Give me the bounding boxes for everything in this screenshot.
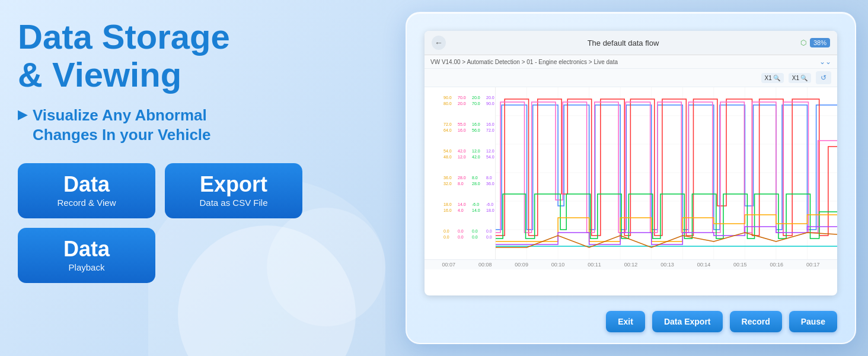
svg-text:14.0: 14.0 (472, 208, 480, 212)
refresh-button[interactable]: ↺ (816, 71, 831, 84)
time-tick-0: 00:07 (442, 262, 455, 268)
time-tick-7: 00:14 (697, 262, 711, 268)
svg-text:8.0: 8.0 (472, 176, 478, 180)
svg-text:32.0: 32.0 (443, 182, 452, 186)
zoom-out-button[interactable]: X1 🔍 (789, 73, 811, 83)
svg-text:12.0: 12.0 (472, 149, 480, 153)
record-button[interactable]: Record (730, 311, 782, 332)
zoom-in-button[interactable]: X1 🔍 (761, 73, 784, 83)
pause-button[interactable]: Pause (789, 311, 837, 332)
bluetooth-icon: ⬡ (800, 39, 806, 47)
subtitle-text: Visualize Any Abnormal Changes In your V… (33, 106, 211, 146)
svg-text:48.0: 48.0 (443, 155, 452, 159)
svg-text:18.0: 18.0 (443, 202, 452, 206)
svg-text:70.0: 70.0 (472, 101, 480, 106)
export-button[interactable]: Export Data as CSV File (165, 163, 302, 218)
svg-text:0.0: 0.0 (458, 229, 464, 233)
svg-text:12.0: 12.0 (486, 149, 494, 153)
svg-text:0.0: 0.0 (443, 235, 449, 239)
zoom-out-label: X1 (792, 75, 799, 81)
svg-text:42.0: 42.0 (458, 149, 466, 153)
svg-text:90.0: 90.0 (443, 96, 452, 100)
data-export-button[interactable]: Data Export (652, 311, 723, 332)
subtitle-arrow-icon: ▶ (18, 107, 28, 122)
svg-text:0.0: 0.0 (458, 235, 464, 239)
screen-header: ← The default data flow ⬡ 38% (425, 31, 837, 55)
device-bottom-buttons: Exit Data Export Record Pause (425, 311, 837, 332)
chart-canvas (496, 87, 837, 259)
breadcrumb-text: VW V14.00 > Automatic Detection > 01 - E… (430, 59, 618, 65)
time-tick-6: 00:13 (660, 262, 674, 268)
screen-title: The default data flow (446, 39, 800, 47)
svg-text:70.0: 70.0 (458, 96, 466, 100)
data-record-subtitle: Record & View (32, 198, 141, 208)
left-panel: Data Storage & Viewing ▶ Visualize Any A… (18, 18, 350, 283)
zoom-in-icon: 🔍 (773, 75, 780, 81)
time-tick-4: 00:11 (588, 262, 601, 268)
right-panel-device: ← The default data flow ⬡ 38% VW V14.00 … (406, 12, 856, 344)
svg-text:16.0: 16.0 (472, 122, 480, 126)
svg-text:18.0: 18.0 (486, 208, 494, 212)
svg-text:8.0: 8.0 (486, 176, 492, 180)
chart-toolbar: X1 🔍 X1 🔍 ↺ (425, 69, 837, 87)
time-tick-10: 00:17 (806, 262, 820, 268)
svg-text:0.0: 0.0 (443, 229, 449, 233)
export-subtitle: Data as CSV File (179, 198, 288, 208)
svg-text:20.0: 20.0 (486, 96, 494, 100)
time-tick-2: 00:09 (515, 262, 528, 268)
svg-text:55.0: 55.0 (458, 122, 466, 126)
svg-text:20.0: 20.0 (458, 101, 466, 106)
chevron-down-icon: ⌄⌄ (819, 58, 831, 66)
data-record-title: Data (32, 174, 141, 195)
svg-text:0.0: 0.0 (486, 235, 492, 239)
svg-text:20.0: 20.0 (472, 96, 480, 100)
svg-text:28.0: 28.0 (472, 182, 480, 186)
svg-text:0.0: 0.0 (486, 229, 492, 233)
time-tick-9: 00:16 (770, 262, 784, 268)
feature-buttons-grid: Data Record & View Export Data as CSV Fi… (18, 163, 302, 283)
data-record-button[interactable]: Data Record & View (18, 163, 155, 218)
main-title: Data Storage & Viewing (18, 18, 350, 94)
svg-text:72.0: 72.0 (486, 128, 494, 132)
time-axis: 00:07 00:08 00:09 00:10 00:11 00:12 00:1… (425, 259, 837, 269)
back-button[interactable]: ← (432, 36, 446, 50)
svg-text:14.0: 14.0 (458, 202, 466, 206)
svg-text:72.0: 72.0 (443, 122, 452, 126)
chart-area: 90.0 80.0 70.0 20.0 20.0 70.0 20.0 90.0 … (425, 87, 837, 259)
export-title: Export (179, 174, 288, 195)
svg-text:16.0: 16.0 (458, 128, 466, 132)
svg-text:0.0: 0.0 (472, 229, 478, 233)
svg-text:4.0: 4.0 (458, 208, 464, 212)
y-axis-svg: 90.0 80.0 70.0 20.0 20.0 70.0 20.0 90.0 … (425, 87, 496, 259)
svg-text:36.0: 36.0 (443, 176, 452, 180)
playback-subtitle: Playback (32, 262, 141, 272)
zoom-out-icon: 🔍 (800, 75, 808, 81)
breadcrumb-bar: VW V14.00 > Automatic Detection > 01 - E… (425, 55, 837, 69)
svg-text:54.0: 54.0 (486, 155, 494, 159)
device-frame: ← The default data flow ⬡ 38% VW V14.00 … (406, 12, 856, 344)
svg-text:64.0: 64.0 (443, 128, 452, 132)
device-screen: ← The default data flow ⬡ 38% VW V14.00 … (425, 31, 837, 295)
header-icons: ⬡ 38% (800, 38, 830, 47)
svg-text:56.0: 56.0 (472, 128, 480, 132)
time-tick-1: 00:08 (478, 262, 492, 268)
y-axis: 90.0 80.0 70.0 20.0 20.0 70.0 20.0 90.0 … (425, 87, 496, 259)
time-tick-3: 00:10 (551, 262, 565, 268)
chart-svg (496, 87, 837, 259)
subtitle-block: ▶ Visualize Any Abnormal Changes In your… (18, 106, 350, 146)
svg-text:-6.0: -6.0 (472, 202, 479, 206)
svg-text:16.0: 16.0 (486, 122, 494, 126)
zoom-in-label: X1 (765, 75, 772, 81)
exit-button[interactable]: Exit (606, 311, 645, 332)
battery-indicator: 38% (810, 38, 830, 47)
svg-text:-6.0: -6.0 (486, 202, 493, 206)
svg-text:28.0: 28.0 (458, 176, 466, 180)
playback-button[interactable]: Data Playback (18, 228, 155, 283)
svg-text:8.0: 8.0 (458, 182, 464, 186)
svg-text:12.0: 12.0 (458, 155, 466, 159)
svg-text:90.0: 90.0 (486, 101, 494, 106)
time-tick-8: 00:15 (733, 262, 747, 268)
time-tick-5: 00:12 (624, 262, 638, 268)
svg-text:54.0: 54.0 (443, 149, 452, 153)
svg-text:0.0: 0.0 (472, 235, 478, 239)
